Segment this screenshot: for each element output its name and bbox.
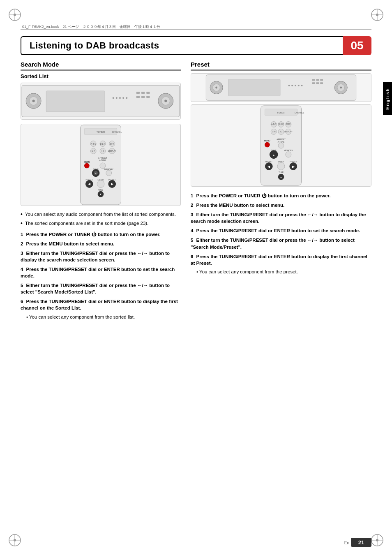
chapter-title-box: Listening to DAB broadcasts xyxy=(21,36,343,55)
svg-text:G·H: G·H xyxy=(272,131,276,133)
svg-text:DISPLAY: DISPLAY xyxy=(284,131,293,133)
svg-text:CHANNEL: CHANNEL xyxy=(112,131,122,133)
bullet-item-1: • You can select any audio component fro… xyxy=(21,211,181,218)
svg-rect-29 xyxy=(136,92,140,94)
svg-point-109 xyxy=(265,142,270,147)
svg-text:A.TUNE: A.TUNE xyxy=(99,160,106,162)
svg-point-52 xyxy=(84,163,89,168)
right-step-6: 6 Press the TUNING/PRESET dial or ENTER … xyxy=(191,253,371,266)
svg-point-24 xyxy=(122,97,124,99)
svg-point-22 xyxy=(116,97,118,99)
right-column: Preset xyxy=(191,61,371,530)
bullet-item-2: • The sorted components are set in the s… xyxy=(21,220,181,227)
svg-point-28 xyxy=(164,99,167,102)
svg-text:TUNE: TUNE xyxy=(98,189,103,191)
svg-text:◀: ◀ xyxy=(88,183,91,186)
svg-text:▼: ▼ xyxy=(99,193,102,196)
svg-text:D·E·F: D·E·F xyxy=(100,143,106,145)
left-step-6: 6 Press the TUNING/PRESET dial or ENTER … xyxy=(21,298,181,311)
svg-text:TUNER: TUNER xyxy=(277,111,286,114)
svg-text:I·J: I·J xyxy=(101,150,104,152)
left-step-2: 2 Press the MENU button to select menu. xyxy=(21,240,181,247)
preset-title: Preset xyxy=(191,61,371,71)
svg-text:MFX: MFX xyxy=(286,124,291,126)
svg-rect-89 xyxy=(312,82,315,84)
svg-point-67 xyxy=(97,180,104,188)
svg-point-23 xyxy=(119,97,121,99)
svg-text:▼: ▼ xyxy=(280,176,283,179)
svg-rect-32 xyxy=(136,96,140,98)
svg-rect-91 xyxy=(320,82,323,84)
svg-text:▶: ▶ xyxy=(111,183,114,186)
svg-text:◀: ◀ xyxy=(267,165,270,169)
preset-remote-image: TUNER CHANNEL A·B·C D·E·F MFX G·H I·J DI… xyxy=(191,104,371,187)
svg-text:▶: ▶ xyxy=(292,165,295,169)
svg-text:PRESET: PRESET xyxy=(290,161,297,163)
svg-text:MFX: MFX xyxy=(110,143,115,145)
svg-rect-20 xyxy=(46,91,105,112)
svg-point-80 xyxy=(295,85,296,86)
svg-text:G·H: G·H xyxy=(92,150,95,152)
svg-text:A PRESET: A PRESET xyxy=(98,157,107,159)
svg-point-19 xyxy=(32,99,35,102)
search-mode-title: Search Mode xyxy=(21,61,181,71)
right-step-4: 4 Press the TUNING/PRESET dial or ENTER … xyxy=(191,227,371,234)
svg-rect-87 xyxy=(316,79,319,81)
svg-point-25 xyxy=(126,97,127,99)
svg-text:D·E·F: D·E·F xyxy=(279,124,284,126)
chapter-title: Listening to DAB broadcasts xyxy=(30,40,159,51)
svg-point-82 xyxy=(301,85,303,86)
sorted-list-device-image xyxy=(21,83,181,120)
svg-point-123 xyxy=(277,163,285,170)
svg-point-7 xyxy=(376,14,378,16)
sorted-list-title: Sorted List xyxy=(21,73,181,79)
svg-rect-34 xyxy=(146,96,150,98)
svg-text:A PRESET: A PRESET xyxy=(277,139,286,141)
english-tab: English xyxy=(383,82,392,115)
content-area: Search Mode Sorted List xyxy=(21,61,371,530)
svg-text:TUNE: TUNE xyxy=(279,171,284,173)
svg-text:I·J: I·J xyxy=(280,131,282,133)
svg-text:▲: ▲ xyxy=(272,153,275,157)
svg-point-61 xyxy=(106,170,112,176)
page-lang: En xyxy=(344,541,349,545)
page-number: 21 xyxy=(351,538,371,547)
file-info-text: 01_F-F6MK2_en.book 21 ページ ２００９年４月３日 金曜日 … xyxy=(22,24,160,30)
svg-point-15 xyxy=(376,539,378,541)
svg-text:▲: ▲ xyxy=(95,172,97,174)
file-info-bar: 01_F-F6MK2_en.book 21 ページ ２００９年４月３日 金曜日 … xyxy=(21,24,371,30)
svg-point-79 xyxy=(291,85,293,86)
sorted-list-remote-image: TUNER CHANNEL A·B·C D·E·F MFX G·H I·J DI… xyxy=(21,124,181,206)
chapter-header: Listening to DAB broadcasts 05 xyxy=(21,36,371,55)
svg-rect-86 xyxy=(312,79,315,81)
chapter-number: 05 xyxy=(350,39,363,52)
svg-point-78 xyxy=(288,85,290,86)
svg-text:A·B·C: A·B·C xyxy=(91,143,96,145)
right-step-2: 2 Press the MENU button to select menu. xyxy=(191,202,371,208)
right-step-6-bullet: • You can select any component from the … xyxy=(196,269,371,274)
svg-rect-33 xyxy=(141,96,145,98)
svg-point-117 xyxy=(286,152,291,157)
left-step-4: 4 Press the TUNING/PRESET dial or ENTER … xyxy=(21,266,181,279)
svg-text:TUNER: TUNER xyxy=(97,131,105,133)
svg-text:MENU: MENU xyxy=(264,140,270,142)
svg-point-21 xyxy=(113,97,114,99)
svg-point-112 xyxy=(278,143,284,148)
svg-rect-90 xyxy=(316,82,319,84)
left-column: Search Mode Sorted List xyxy=(21,61,181,530)
svg-text:MEMORY: MEMORY xyxy=(284,150,293,152)
svg-rect-31 xyxy=(146,92,150,94)
corner-decoration-bl xyxy=(7,533,22,548)
left-step-6-bullet: • You can select any component from the … xyxy=(26,314,181,319)
left-step-5: 5 Either turn the TUNING/PRESET dial or … xyxy=(21,282,181,295)
right-step-3: 3 Either turn the TUNING/PRESET dial or … xyxy=(191,211,371,224)
svg-rect-30 xyxy=(141,92,145,94)
svg-point-85 xyxy=(340,87,342,89)
right-step-1: 1 Press the POWER or TUNER ⏻ button to t… xyxy=(191,192,371,199)
svg-text:PRESET: PRESET xyxy=(265,161,272,163)
svg-point-55 xyxy=(100,163,106,169)
svg-text:CHANNEL: CHANNEL xyxy=(295,112,304,114)
svg-point-11 xyxy=(14,539,16,541)
svg-point-76 xyxy=(215,87,217,89)
svg-point-3 xyxy=(14,14,16,16)
